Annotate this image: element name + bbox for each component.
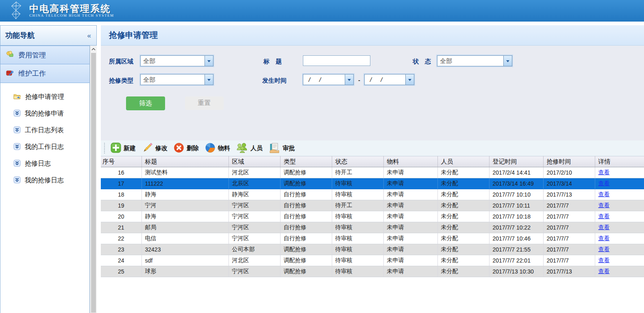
repair-type-select[interactable]: 全部 [140, 74, 213, 85]
table-cell: 待审核 [332, 189, 383, 200]
date-range-dash: - [358, 77, 360, 83]
table-cell: 静海 [141, 189, 228, 200]
sidebar-menu: 费用管理 维护工作 [0, 46, 90, 313]
table-cell: 2017/7/7 [543, 255, 595, 266]
materials-button[interactable]: 物料 [204, 142, 235, 154]
chevron-down-icon[interactable] [205, 74, 213, 85]
table-cell-details: 查看 [595, 233, 644, 244]
personnel-button[interactable]: 人员 [235, 142, 268, 154]
edit-icon [142, 142, 153, 154]
sidebar-item-my-repair-logs[interactable]: 我的抢修日志 [0, 172, 89, 189]
table-cell: 未分配 [437, 167, 489, 178]
table-cell: 17 [101, 178, 141, 189]
date-from-picker[interactable]: / / [303, 74, 354, 85]
table-row[interactable]: 18静海静海区自行抢修待审核未申请未分配2017/7/7 10:102017/7… [101, 189, 644, 200]
new-button[interactable]: 新建 [110, 142, 141, 154]
table-row[interactable]: 21邮局宁河区自行抢修待审核未申请未分配2017/7/7 10:222017/7… [101, 222, 644, 233]
column-header[interactable]: 详情 [595, 156, 644, 167]
chevrons-icon [13, 143, 21, 152]
table-row[interactable]: 17111222北辰区调配抢修待审核未申请未分配2017/3/14 16:492… [101, 178, 644, 189]
view-details-link[interactable]: 查看 [598, 224, 610, 230]
status-select[interactable]: 全部 [437, 55, 512, 66]
column-header[interactable]: 标题 [141, 156, 228, 167]
app-subtitle: CHINA TELECOM HIGH TECH SYSTEM [29, 14, 114, 18]
table-cell: 23 [101, 244, 141, 255]
table-row[interactable]: 16测试垫料河北区调配抢修待开工未申请未分配2017/2/4 14:412017… [101, 167, 644, 178]
sidebar-title: 功能导航 [5, 31, 35, 40]
sidebar-group-cost-management[interactable]: 费用管理 [0, 46, 89, 64]
sidebar-collapse-icon[interactable]: « [87, 32, 91, 39]
view-details-link[interactable]: 查看 [598, 268, 610, 274]
chevrons-icon [13, 126, 21, 135]
title-input[interactable] [303, 55, 370, 66]
table-cell: 调配抢修 [280, 266, 332, 277]
chevrons-icon [13, 176, 21, 185]
region-select[interactable]: 全部 [140, 55, 213, 66]
sidebar-item-repair-request-management[interactable]: 抢修申请管理 [0, 89, 89, 105]
view-details-link[interactable]: 查看 [598, 180, 610, 186]
table-row[interactable]: 24sdf河北区调配抢修待审核未申请未分配2017/7/7 22:012017/… [101, 255, 644, 266]
column-header[interactable]: 物料 [383, 156, 437, 167]
table-row[interactable]: 25球形宁河区调配抢修待审核未申请未分配2017/7/13 10:302017/… [101, 266, 644, 277]
table-cell: 2017/7/7 21:55 [489, 244, 543, 255]
table-cell: 未申请 [383, 200, 437, 211]
sidebar-scrollbar[interactable] [90, 46, 97, 313]
view-details-link[interactable]: 查看 [598, 246, 610, 252]
table-cell: 2017/7/7 [543, 222, 595, 233]
chevron-down-icon[interactable] [405, 74, 414, 85]
table-row[interactable]: 19宁河宁河区自行抢修待开工未申请未分配2017/7/7 10:112017/7… [101, 200, 644, 211]
header-divider [0, 22, 644, 25]
top-bar: 中电高科管理系统 CHINA TELECOM HIGH TECH SYSTEM [0, 0, 644, 22]
app-title: 中电高科管理系统 [29, 4, 114, 13]
column-header[interactable]: 状态 [332, 156, 383, 167]
table-cell: 未分配 [437, 255, 489, 266]
table-cell: 未分配 [437, 266, 489, 277]
sidebar-item-repair-logs[interactable]: 抢修日志 [0, 155, 89, 172]
table-row[interactable]: 2332423公司本部调配抢修待审核未申请未分配2017/7/7 21:5520… [101, 244, 644, 255]
table-cell: 邮局 [141, 222, 228, 233]
table-row[interactable]: 22电信宁河区自行抢修待审核未申请未分配2017/7/7 10:462017/7… [101, 233, 644, 244]
column-header[interactable]: 抢修时间 [543, 156, 595, 167]
approve-button[interactable]: 审批 [268, 142, 300, 154]
folder-icon [13, 93, 21, 101]
table-cell: 自行抢修 [280, 233, 332, 244]
view-details-link[interactable]: 查看 [598, 257, 610, 263]
column-header[interactable]: 类型 [280, 156, 332, 167]
date-to-picker[interactable]: / / [364, 74, 414, 85]
table-cell: 2017/7/7 [543, 211, 595, 222]
edit-button[interactable]: 修改 [141, 142, 173, 154]
view-details-link[interactable]: 查看 [598, 169, 610, 175]
sidebar-item-my-work-logs[interactable]: 我的工作日志 [0, 139, 89, 155]
sidebar-group-maintenance-work[interactable]: 维护工作 [0, 64, 89, 83]
wallet-wrench-icon [6, 70, 13, 78]
filter-button[interactable]: 筛选 [126, 96, 165, 110]
table-cell: 自行抢修 [280, 211, 332, 222]
table-row[interactable]: 20静海宁河区自行抢修待审核未申请未分配2017/7/7 10:182017/7… [101, 211, 644, 222]
table-cell: 2017/7/13 [543, 189, 595, 200]
column-header[interactable]: 区域 [228, 156, 280, 167]
table-cell: 2017/7/13 [543, 266, 595, 277]
column-header[interactable]: 人员 [437, 156, 489, 167]
view-details-link[interactable]: 查看 [598, 202, 610, 208]
toolbar-grip-handle[interactable] [104, 143, 106, 153]
view-details-link[interactable]: 查看 [598, 235, 610, 241]
table-cell: 未申请 [383, 167, 437, 178]
column-header[interactable]: 登记时间 [489, 156, 543, 167]
scrollbar-thumb[interactable] [91, 53, 96, 313]
table-cell: 调配抢修 [280, 178, 332, 189]
delete-button[interactable]: 删除 [173, 142, 204, 154]
scroll-up-icon[interactable] [90, 46, 97, 53]
reset-button[interactable]: 重置 [185, 96, 224, 110]
table-cell-details: 查看 [595, 178, 644, 189]
view-details-link[interactable]: 查看 [598, 213, 610, 219]
table-cell: 2017/2/4 14:41 [489, 167, 543, 178]
table-cell: 宁河区 [228, 233, 280, 244]
column-header[interactable]: 序号 [101, 156, 141, 167]
chevron-down-icon[interactable] [345, 74, 353, 85]
table-cell: 北辰区 [228, 178, 280, 189]
sidebar-item-work-log-list[interactable]: 工作日志列表 [0, 122, 89, 139]
view-details-link[interactable]: 查看 [598, 191, 610, 197]
chevron-down-icon[interactable] [205, 56, 213, 66]
chevron-down-icon[interactable] [503, 56, 512, 66]
sidebar-item-my-repair-requests[interactable]: 我的抢修申请 [0, 105, 89, 122]
